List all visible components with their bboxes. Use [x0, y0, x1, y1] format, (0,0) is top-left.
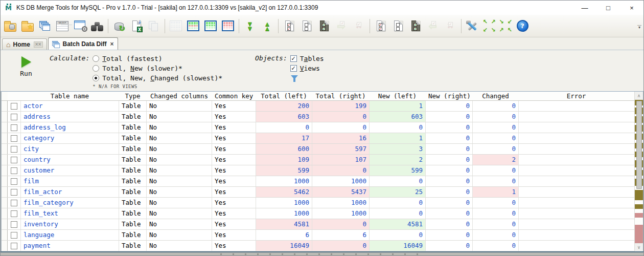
cell-table-name[interactable]: address_log — [21, 122, 119, 133]
row-checkbox[interactable] — [11, 221, 17, 228]
discard-right-button[interactable]: ✓✖ — [442, 17, 458, 35]
refresh-database-button[interactable]: ↻ — [111, 17, 127, 35]
column-header[interactable] — [2, 92, 8, 100]
run-button[interactable]: Run — [10, 50, 42, 91]
row-checkbox[interactable] — [11, 114, 17, 120]
collapse-all-button[interactable]: ▲▲ — [259, 17, 275, 35]
cell-table-name[interactable]: actor — [21, 101, 119, 111]
batch-tab-close-icon[interactable]: × — [110, 41, 114, 47]
apply-selected-to-right-button[interactable]: ✓⇨ — [333, 17, 350, 35]
toolbar-separator — [108, 19, 108, 33]
checkbox-views[interactable]: ✓ Views — [290, 63, 324, 73]
column-header[interactable]: Type — [119, 92, 147, 100]
row-checkbox[interactable] — [11, 167, 17, 174]
copy-button[interactable] — [146, 17, 162, 35]
cell-table-name[interactable]: address — [21, 112, 119, 122]
column-header[interactable]: Error — [519, 92, 634, 100]
column-header[interactable]: New (left) — [370, 92, 426, 100]
cell-table-name[interactable]: payment — [21, 241, 119, 251]
row-checkbox[interactable] — [11, 124, 17, 131]
cell-table-name[interactable]: film_actor — [21, 187, 119, 197]
radio-total-new[interactable]: Total, New (slower)* — [93, 63, 222, 73]
show-new-left-rows-button[interactable] — [202, 17, 219, 35]
apply-selected-to-left-button[interactable]: ✓⇦ — [425, 17, 441, 35]
object-tabs-button[interactable] — [37, 17, 53, 35]
show-new-right-rows-button[interactable] — [220, 17, 236, 35]
table-options-button[interactable] — [72, 17, 88, 35]
tools-button[interactable] — [464, 17, 480, 35]
radio-total-new-changed[interactable]: Total, New, Changed (slowest)* — [93, 73, 222, 83]
filter-funnel-icon[interactable] — [291, 75, 298, 82]
scroll-up-arrow[interactable]: ∧ — [635, 92, 643, 100]
search-button[interactable] — [89, 17, 105, 35]
row-checkbox[interactable] — [11, 200, 17, 206]
uncheck-all-right-button[interactable] — [390, 17, 406, 35]
open-comparison-button[interactable] — [2, 17, 18, 35]
checkbox-icon[interactable]: ✓ — [290, 55, 297, 62]
row-checkbox[interactable] — [11, 135, 17, 142]
tab-home[interactable]: ⌂ Home ×× — [2, 38, 47, 50]
row-checkbox[interactable] — [11, 210, 17, 217]
cell-table-name[interactable]: customer — [21, 165, 119, 176]
scrollbar-thumb[interactable] — [636, 101, 642, 189]
column-header[interactable]: Total (right) — [312, 92, 370, 100]
invert-checks-right-button[interactable]: ✓✓ — [407, 17, 424, 35]
cell-changed: 0 — [473, 219, 519, 229]
cell-table-name[interactable]: city — [21, 144, 119, 154]
row-checkbox[interactable] — [11, 178, 17, 185]
row-checkbox[interactable] — [11, 189, 17, 196]
cell-table-name[interactable]: country — [21, 155, 119, 165]
check-all-right-button[interactable]: ✓✓ — [373, 17, 389, 35]
column-header[interactable]: Total (left) — [256, 92, 312, 100]
column-header[interactable] — [8, 92, 21, 100]
check-all-left-button[interactable]: ✓✓ — [281, 17, 297, 35]
minimize-button[interactable]: — — [573, 1, 596, 15]
discard-cross-icon: ✓✖ — [355, 21, 362, 31]
row-checkbox[interactable] — [11, 243, 17, 249]
show-changed-rows-button[interactable] — [185, 17, 201, 35]
radio-total[interactable]: Total (fastest) — [93, 54, 222, 63]
checkbox-tables[interactable]: ✓ Tables — [290, 54, 324, 63]
radio-icon[interactable] — [93, 55, 99, 62]
row-checkbox[interactable] — [11, 157, 17, 163]
tab-batch-data-diff[interactable]: Batch Data Diff × — [48, 37, 118, 50]
expand-all-button[interactable]: ▼▼ — [242, 17, 258, 35]
column-header[interactable]: New (right) — [426, 92, 473, 100]
row-checkbox[interactable] — [11, 232, 17, 239]
cell-table-name[interactable]: film — [21, 176, 119, 186]
cell-table-name[interactable]: category — [21, 133, 119, 143]
scroll-down-arrow[interactable]: ∨ — [635, 243, 643, 251]
radio-icon[interactable] — [93, 65, 99, 72]
export-excel-button[interactable]: ↓X — [128, 17, 145, 35]
cell-table-name[interactable]: film_category — [21, 198, 119, 208]
column-header[interactable]: Changed — [473, 92, 519, 100]
discard-left-button[interactable]: ✓✖ — [351, 17, 367, 35]
select-query-button[interactable] — [54, 17, 71, 35]
home-tab-close-icon[interactable]: ×× — [34, 41, 43, 48]
close-button[interactable]: × — [620, 1, 643, 15]
cell-error — [519, 122, 634, 133]
vertical-scrollbar[interactable]: ∧ ∨ — [634, 92, 643, 251]
cell-table-name[interactable]: inventory — [21, 219, 119, 229]
cell-changed: 0 — [473, 144, 519, 154]
column-header[interactable]: Table name — [21, 92, 119, 100]
maximize-button[interactable]: □ — [596, 1, 620, 15]
cell-table-name[interactable]: language — [21, 230, 119, 240]
new-comparison-button[interactable]: ★ — [19, 17, 36, 35]
radio-icon-selected[interactable] — [93, 75, 99, 81]
uncheck-all-left-button[interactable] — [298, 17, 315, 35]
cell-new-right: 0 — [426, 176, 473, 186]
cell-new-right: 0 — [426, 198, 473, 208]
navigation-arrows-group[interactable]: ↖↗↘↙ ↙↘↗↖ — [481, 17, 513, 35]
show-equal-rows-button[interactable] — [168, 17, 184, 35]
column-header[interactable]: Changed columns — [147, 92, 212, 100]
column-header[interactable]: Common key — [212, 92, 256, 100]
row-checkbox[interactable] — [11, 146, 17, 153]
checkbox-icon[interactable]: ✓ — [290, 65, 297, 72]
toolbar-overflow-button[interactable]: —▾ — [636, 24, 642, 29]
row-checkbox[interactable] — [11, 103, 17, 110]
help-button[interactable]: ? — [514, 17, 531, 35]
row-checkbox-cell — [8, 133, 21, 143]
cell-table-name[interactable]: film_text — [21, 208, 119, 219]
invert-checks-left-button[interactable]: ✓✓ — [316, 17, 332, 35]
